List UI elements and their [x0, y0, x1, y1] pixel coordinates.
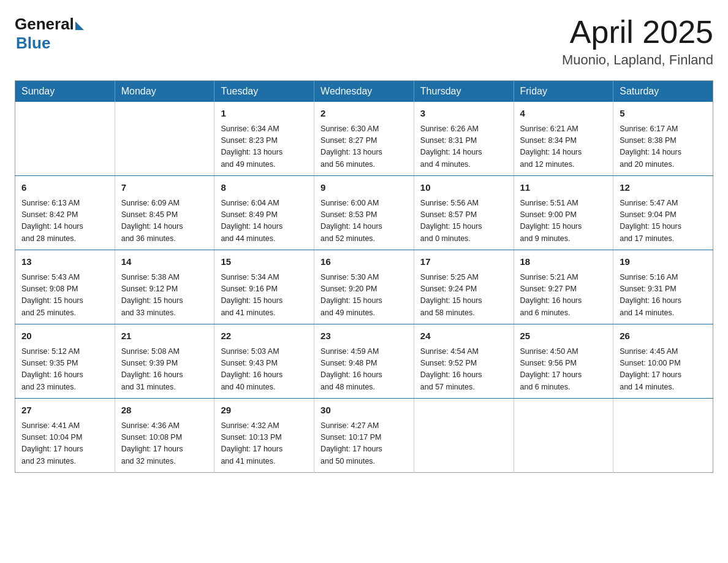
calendar-day-cell: 16Sunrise: 5:30 AM Sunset: 9:20 PM Dayli… — [314, 250, 414, 324]
calendar-day-cell: 9Sunrise: 6:00 AM Sunset: 8:53 PM Daylig… — [314, 176, 414, 250]
calendar-day-cell: 3Sunrise: 6:26 AM Sunset: 8:31 PM Daylig… — [414, 102, 514, 176]
day-number: 16 — [320, 255, 408, 269]
calendar-day-cell: 1Sunrise: 6:34 AM Sunset: 8:23 PM Daylig… — [214, 102, 314, 176]
day-number: 14 — [121, 255, 208, 269]
calendar-day-cell: 5Sunrise: 6:17 AM Sunset: 8:38 PM Daylig… — [613, 102, 713, 176]
calendar-day-cell: 8Sunrise: 6:04 AM Sunset: 8:49 PM Daylig… — [214, 176, 314, 250]
calendar-day-cell — [15, 102, 115, 176]
calendar-week-row: 27Sunrise: 4:41 AM Sunset: 10:04 PM Dayl… — [15, 399, 713, 473]
day-info: Sunrise: 6:00 AM Sunset: 8:53 PM Dayligh… — [320, 197, 408, 245]
day-number: 4 — [520, 107, 607, 121]
day-number: 20 — [21, 329, 108, 343]
day-number: 27 — [21, 404, 108, 418]
day-info: Sunrise: 4:45 AM Sunset: 10:00 PM Daylig… — [620, 346, 707, 394]
calendar-day-cell — [514, 399, 613, 473]
day-info: Sunrise: 5:30 AM Sunset: 9:20 PM Dayligh… — [320, 272, 408, 320]
day-number: 5 — [620, 107, 707, 121]
day-number: 11 — [520, 181, 607, 195]
calendar-day-cell: 6Sunrise: 6:13 AM Sunset: 8:42 PM Daylig… — [15, 176, 115, 250]
day-number: 18 — [520, 255, 607, 269]
day-number: 30 — [320, 404, 408, 418]
day-info: Sunrise: 4:32 AM Sunset: 10:13 PM Daylig… — [221, 420, 308, 468]
calendar-day-cell: 13Sunrise: 5:43 AM Sunset: 9:08 PM Dayli… — [15, 250, 115, 324]
day-number: 12 — [620, 181, 707, 195]
calendar-day-cell: 30Sunrise: 4:27 AM Sunset: 10:17 PM Dayl… — [314, 399, 414, 473]
day-info: Sunrise: 5:16 AM Sunset: 9:31 PM Dayligh… — [620, 272, 707, 320]
calendar-day-cell: 26Sunrise: 4:45 AM Sunset: 10:00 PM Dayl… — [613, 324, 713, 399]
calendar-day-cell: 2Sunrise: 6:30 AM Sunset: 8:27 PM Daylig… — [314, 102, 414, 176]
calendar-day-cell: 17Sunrise: 5:25 AM Sunset: 9:24 PM Dayli… — [414, 250, 514, 324]
day-info: Sunrise: 5:43 AM Sunset: 9:08 PM Dayligh… — [21, 272, 108, 320]
day-info: Sunrise: 5:34 AM Sunset: 9:16 PM Dayligh… — [221, 272, 308, 320]
calendar-day-cell: 23Sunrise: 4:59 AM Sunset: 9:48 PM Dayli… — [314, 324, 414, 399]
day-number: 29 — [221, 404, 308, 418]
day-info: Sunrise: 6:30 AM Sunset: 8:27 PM Dayligh… — [320, 123, 408, 171]
day-number: 10 — [420, 181, 507, 195]
calendar-day-cell: 21Sunrise: 5:08 AM Sunset: 9:39 PM Dayli… — [115, 324, 214, 399]
weekday-header-friday: Friday — [514, 81, 613, 102]
day-info: Sunrise: 5:03 AM Sunset: 9:43 PM Dayligh… — [221, 346, 308, 394]
calendar-day-cell: 22Sunrise: 5:03 AM Sunset: 9:43 PM Dayli… — [214, 324, 314, 399]
calendar-table: SundayMondayTuesdayWednesdayThursdayFrid… — [15, 80, 713, 473]
calendar-day-cell: 24Sunrise: 4:54 AM Sunset: 9:52 PM Dayli… — [414, 324, 514, 399]
day-number: 25 — [520, 329, 607, 343]
day-info: Sunrise: 4:59 AM Sunset: 9:48 PM Dayligh… — [320, 346, 408, 394]
calendar-day-cell: 29Sunrise: 4:32 AM Sunset: 10:13 PM Dayl… — [214, 399, 314, 473]
weekday-header-monday: Monday — [115, 81, 214, 102]
calendar-day-cell — [414, 399, 514, 473]
day-info: Sunrise: 5:38 AM Sunset: 9:12 PM Dayligh… — [121, 272, 208, 320]
day-info: Sunrise: 6:26 AM Sunset: 8:31 PM Dayligh… — [420, 123, 507, 171]
weekday-header-saturday: Saturday — [613, 81, 713, 102]
day-info: Sunrise: 4:41 AM Sunset: 10:04 PM Daylig… — [21, 420, 108, 468]
calendar-day-cell — [115, 102, 214, 176]
day-info: Sunrise: 5:12 AM Sunset: 9:35 PM Dayligh… — [21, 346, 108, 394]
day-number: 19 — [620, 255, 707, 269]
day-info: Sunrise: 5:08 AM Sunset: 9:39 PM Dayligh… — [121, 346, 208, 394]
day-number: 17 — [420, 255, 507, 269]
page-header: General Blue April 2025 Muonio, Lapland,… — [15, 15, 713, 68]
weekday-header-thursday: Thursday — [414, 81, 514, 102]
calendar-day-cell: 11Sunrise: 5:51 AM Sunset: 9:00 PM Dayli… — [514, 176, 613, 250]
day-info: Sunrise: 4:36 AM Sunset: 10:08 PM Daylig… — [121, 420, 208, 468]
calendar-week-row: 20Sunrise: 5:12 AM Sunset: 9:35 PM Dayli… — [15, 324, 713, 399]
calendar-day-cell: 4Sunrise: 6:21 AM Sunset: 8:34 PM Daylig… — [514, 102, 613, 176]
day-info: Sunrise: 5:21 AM Sunset: 9:27 PM Dayligh… — [520, 272, 607, 320]
weekday-header-sunday: Sunday — [15, 81, 115, 102]
day-number: 7 — [121, 181, 208, 195]
calendar-day-cell: 7Sunrise: 6:09 AM Sunset: 8:45 PM Daylig… — [115, 176, 214, 250]
day-number: 2 — [320, 107, 408, 121]
day-info: Sunrise: 5:47 AM Sunset: 9:04 PM Dayligh… — [620, 197, 707, 245]
day-number: 24 — [420, 329, 507, 343]
logo-blue-text: Blue — [16, 34, 50, 53]
day-info: Sunrise: 6:04 AM Sunset: 8:49 PM Dayligh… — [221, 197, 308, 245]
calendar-day-cell: 20Sunrise: 5:12 AM Sunset: 9:35 PM Dayli… — [15, 324, 115, 399]
day-info: Sunrise: 5:56 AM Sunset: 8:57 PM Dayligh… — [420, 197, 507, 245]
day-number: 9 — [320, 181, 408, 195]
day-number: 13 — [21, 255, 108, 269]
day-number: 6 — [21, 181, 108, 195]
day-info: Sunrise: 6:17 AM Sunset: 8:38 PM Dayligh… — [620, 123, 707, 171]
day-number: 23 — [320, 329, 408, 343]
weekday-header-wednesday: Wednesday — [314, 81, 414, 102]
day-info: Sunrise: 4:54 AM Sunset: 9:52 PM Dayligh… — [420, 346, 507, 394]
calendar-day-cell: 12Sunrise: 5:47 AM Sunset: 9:04 PM Dayli… — [613, 176, 713, 250]
day-info: Sunrise: 4:27 AM Sunset: 10:17 PM Daylig… — [320, 420, 408, 468]
calendar-day-cell: 19Sunrise: 5:16 AM Sunset: 9:31 PM Dayli… — [613, 250, 713, 324]
month-title: April 2025 — [562, 15, 713, 50]
calendar-week-row: 13Sunrise: 5:43 AM Sunset: 9:08 PM Dayli… — [15, 250, 713, 324]
calendar-week-row: 6Sunrise: 6:13 AM Sunset: 8:42 PM Daylig… — [15, 176, 713, 250]
day-info: Sunrise: 5:25 AM Sunset: 9:24 PM Dayligh… — [420, 272, 507, 320]
day-number: 26 — [620, 329, 707, 343]
location: Muonio, Lapland, Finland — [562, 52, 713, 68]
calendar-day-cell: 25Sunrise: 4:50 AM Sunset: 9:56 PM Dayli… — [514, 324, 613, 399]
calendar-day-cell: 14Sunrise: 5:38 AM Sunset: 9:12 PM Dayli… — [115, 250, 214, 324]
calendar-day-cell: 28Sunrise: 4:36 AM Sunset: 10:08 PM Dayl… — [115, 399, 214, 473]
logo: General Blue — [15, 15, 84, 53]
title-section: April 2025 Muonio, Lapland, Finland — [562, 15, 713, 68]
calendar-day-cell: 27Sunrise: 4:41 AM Sunset: 10:04 PM Dayl… — [15, 399, 115, 473]
day-info: Sunrise: 6:21 AM Sunset: 8:34 PM Dayligh… — [520, 123, 607, 171]
logo-general-text: General — [15, 15, 74, 34]
day-number: 1 — [221, 107, 308, 121]
day-info: Sunrise: 6:13 AM Sunset: 8:42 PM Dayligh… — [21, 197, 108, 245]
day-number: 3 — [420, 107, 507, 121]
